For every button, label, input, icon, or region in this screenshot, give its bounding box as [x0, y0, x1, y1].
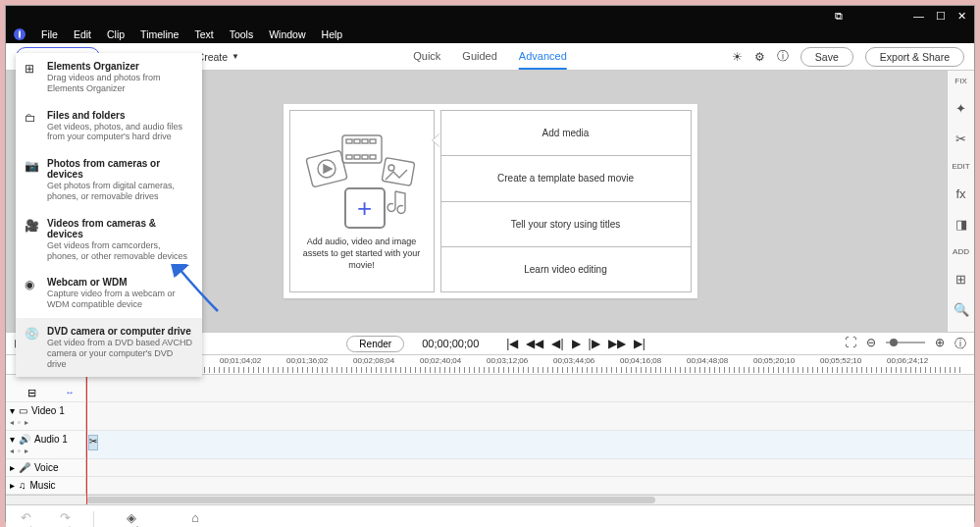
rail-search-icon[interactable]: 🔍 — [954, 302, 969, 317]
dropdown-item-webcam[interactable]: ◉ Webcam or WDM Capture video from a web… — [16, 269, 202, 318]
frame-back-icon[interactable]: ◀| — [551, 337, 563, 350]
dropdown-item-photos[interactable]: 📷 Photos from cameras or devices Get pho… — [16, 150, 202, 210]
home-screen-button[interactable]: ⌂Home Screen — [169, 510, 223, 527]
track-head-audio1[interactable]: ▾🔊Audio 1 ◂◦▸ — [6, 431, 86, 458]
dropdown-item-files[interactable]: 🗀 Files and folders Get videos, photos, … — [16, 102, 202, 151]
track-music-content[interactable] — [86, 477, 974, 494]
zoom-out-icon[interactable]: ⊖ — [866, 336, 876, 352]
welcome-option-learn[interactable]: Learn video editing — [440, 247, 692, 292]
svg-marker-2 — [324, 165, 332, 173]
redo-button[interactable]: ↷Redo — [55, 510, 77, 527]
mode-tabs: Quick Guided Advanced — [413, 44, 567, 70]
chevron-down-icon: ▼ — [232, 52, 239, 61]
render-button[interactable]: Render — [346, 336, 404, 352]
timeline-help-icon[interactable]: ⓘ — [954, 336, 966, 352]
rail-cut-icon[interactable]: ✂ — [955, 132, 966, 146]
track-head-voice[interactable]: ▸🎤Voice — [6, 459, 86, 476]
ruler-tick: 00;06;24;12 — [887, 356, 928, 365]
brightness-icon[interactable]: ☀ — [732, 50, 743, 64]
dropdown-item-organizer[interactable]: ⊞ Elements Organizer Drag videos and pho… — [16, 53, 202, 102]
organizer-button[interactable]: ◈Organizer — [112, 510, 151, 527]
rail-fix-label: FIX — [954, 77, 966, 85]
menu-edit[interactable]: Edit — [68, 26, 97, 42]
menu-text[interactable]: Text — [188, 26, 219, 42]
step-back-icon[interactable]: ◀◀ — [526, 337, 543, 350]
goto-start-icon[interactable]: |◀ — [506, 337, 518, 350]
window-titlebar: ⧉ — ☐ ✕ — [6, 6, 974, 26]
ruler-tick: 00;04;16;08 — [620, 356, 661, 365]
rail-grid-icon[interactable]: ⊞ — [955, 272, 966, 287]
rail-fx-icon[interactable]: fx — [955, 186, 965, 201]
timecode-display: 00;00;00;00 — [422, 338, 479, 349]
bottom-bar: ↶Undo ↷Redo ◈Organizer ⌂Home Screen — [6, 504, 974, 527]
menu-clip[interactable]: Clip — [101, 26, 130, 42]
chevron-right-icon: ▸ — [10, 462, 15, 473]
rail-add-label: ADD — [953, 247, 969, 256]
ruler-tick: 00;03;44;06 — [553, 356, 594, 365]
welcome-illustration: + Add audio, video and image assets to g… — [289, 110, 435, 292]
tab-quick[interactable]: Quick — [413, 44, 440, 70]
zoom-slider[interactable] — [886, 342, 925, 343]
menubar: File Edit Clip Timeline Text Tools Windo… — [6, 26, 974, 43]
save-button[interactable]: Save — [800, 47, 853, 67]
track-video1-content[interactable] — [86, 402, 974, 430]
right-rail: FIX ✦ ✂ EDIT fx ◨ ADD ⊞ 🔍 ♫ ↶ — [947, 71, 974, 332]
svg-rect-12 — [382, 158, 415, 186]
transport-controls: |◀ ◀◀ ◀| ▶ |▶ ▶▶ ▶| — [506, 337, 645, 350]
svg-rect-8 — [346, 155, 352, 159]
ruler-tick: 00;01;04;02 — [220, 356, 261, 365]
rail-adjust-icon[interactable]: ✦ — [955, 101, 966, 116]
export-share-button[interactable]: Export & Share — [865, 47, 964, 67]
menu-timeline[interactable]: Timeline — [134, 26, 184, 42]
tab-guided[interactable]: Guided — [462, 44, 496, 70]
track-head-video1[interactable]: ▾▭Video 1 ◂◦▸ — [6, 402, 86, 430]
close-icon[interactable]: ✕ — [957, 10, 966, 23]
track-audio1-label: Audio 1 — [34, 434, 68, 445]
ruler-tick: 00;01;36;02 — [286, 356, 328, 365]
timeline-scrollbar[interactable] — [6, 495, 974, 504]
ruler-tick: 00;03;12;06 — [487, 356, 528, 365]
add-plus-icon: + — [344, 187, 386, 229]
minimize-icon[interactable]: — — [913, 10, 924, 22]
step-fwd-icon[interactable]: ▶▶ — [608, 337, 626, 350]
maximize-icon[interactable]: ☐ — [936, 10, 946, 23]
menu-window[interactable]: Window — [263, 26, 311, 42]
playhead-line — [86, 355, 87, 504]
rail-pip-icon[interactable]: ◨ — [955, 217, 967, 232]
create-button[interactable]: Create ▼ — [197, 51, 239, 63]
webcam-icon: ◉ — [25, 278, 34, 291]
goto-end-icon[interactable]: ▶| — [634, 337, 645, 350]
welcome-option-titles[interactable]: Tell your story using titles — [440, 202, 692, 247]
track-head-music[interactable]: ▸♫Music — [6, 477, 86, 494]
svg-rect-5 — [354, 139, 360, 143]
dropdown-item-dvd[interactable]: 💿 DVD camera or computer drive Get video… — [16, 318, 202, 377]
info-icon[interactable]: ⓘ — [777, 48, 789, 65]
welcome-option-template[interactable]: Create a template based movie — [440, 156, 692, 201]
svg-point-13 — [388, 165, 394, 171]
undo-button[interactable]: ↶Undo — [16, 510, 37, 527]
track-toggle-icon[interactable]: ⊟ — [27, 387, 36, 399]
frame-fwd-icon[interactable]: |▶ — [589, 337, 600, 350]
fullscreen-icon[interactable]: ⛶ — [845, 336, 856, 352]
track-video1-label: Video 1 — [31, 405, 65, 416]
chevron-down-icon: ▾ — [10, 405, 15, 416]
tab-advanced[interactable]: Advanced — [519, 44, 567, 70]
play-icon[interactable]: ▶ — [572, 337, 581, 350]
welcome-option-add-media[interactable]: Add media — [440, 110, 692, 156]
menu-file[interactable]: File — [35, 26, 64, 42]
menu-help[interactable]: Help — [316, 26, 349, 42]
audio-clip[interactable]: ✂ — [88, 435, 98, 450]
welcome-caption: Add audio, video and image assets to get… — [296, 237, 428, 271]
svg-rect-9 — [354, 155, 360, 159]
organizer-icon: ◈ — [112, 510, 151, 525]
track-audio1-content[interactable]: ✂ — [86, 431, 974, 458]
gear-icon[interactable]: ⚙ — [754, 50, 765, 64]
zoom-in-icon[interactable]: ⊕ — [935, 336, 945, 352]
restore-icon[interactable]: ⧉ — [835, 10, 843, 23]
home-icon: ⌂ — [169, 510, 223, 525]
track-voice-content[interactable] — [86, 459, 974, 476]
track-music-label: Music — [30, 480, 56, 491]
dropdown-item-videos[interactable]: 🎥 Videos from cameras & devices Get vide… — [16, 210, 202, 270]
redo-icon: ↷ — [55, 510, 77, 525]
menu-tools[interactable]: Tools — [224, 26, 260, 42]
